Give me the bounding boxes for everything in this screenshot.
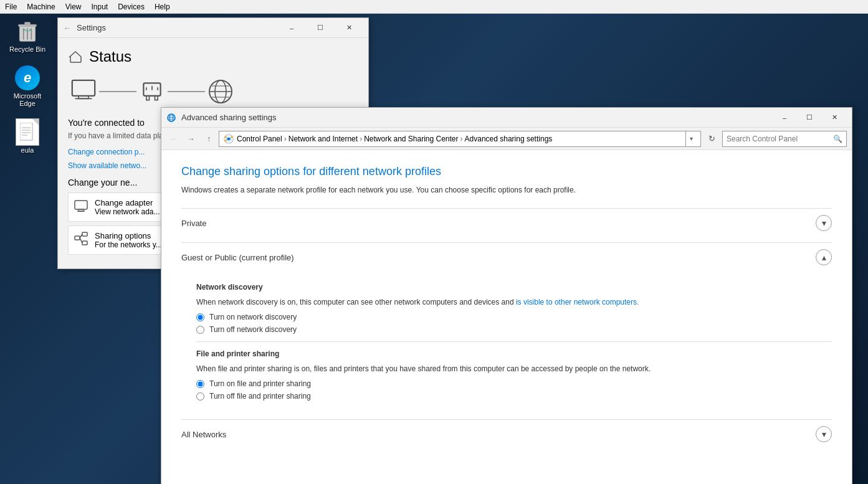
fps-on-radio[interactable]	[196, 380, 204, 388]
settings-title-left: ← Settings	[63, 23, 106, 33]
crumb-network-internet[interactable]: Network and Internet	[289, 135, 358, 143]
svg-rect-30	[82, 241, 87, 245]
nav-back-button[interactable]: ←	[166, 131, 181, 146]
ethernet-icon	[136, 76, 168, 107]
profile-guest-public: Guest or Public (current profile) ▴ Netw…	[181, 242, 832, 414]
file-printer-sharing-title: File and printer sharing	[196, 349, 832, 358]
file-printer-sharing-desc: When file and printer sharing is on, fil…	[196, 363, 832, 374]
network-visual	[68, 73, 358, 110]
nd-link[interactable]: is visible to other network computers.	[516, 298, 639, 306]
menu-help[interactable]: Help	[155, 2, 170, 11]
profile-guest-public-title: Guest or Public (current profile)	[181, 253, 294, 262]
desktop-icon-area: Recycle Bin e Microsoft Edge	[5, 19, 50, 154]
status-heading: Status	[89, 48, 131, 65]
nd-off-radio[interactable]	[196, 326, 204, 334]
sharing-text: Sharing options For the networks y...	[95, 231, 162, 249]
advanced-title-left: Advanced sharing settings	[166, 113, 276, 123]
profile-all-networks-title: All Networks	[181, 430, 226, 439]
sharing-icon	[74, 231, 88, 249]
settings-minimize-button[interactable]: –	[277, 18, 306, 38]
page-heading: Change sharing options for different net…	[181, 165, 832, 178]
fps-on-label: Turn on file and printer sharing	[209, 379, 311, 388]
svg-point-43	[225, 140, 227, 141]
svg-rect-25	[75, 201, 87, 209]
advanced-window-title: Advanced sharing settings	[181, 113, 276, 122]
profile-private-title: Private	[181, 219, 206, 228]
advanced-maximize-button[interactable]: ☐	[797, 110, 822, 126]
nd-off-label: Turn off network discovery	[209, 325, 297, 334]
net-line-2	[168, 91, 205, 92]
profile-all-networks-header[interactable]: All Networks ▾	[181, 420, 832, 448]
sharing-title: Sharing options	[95, 231, 162, 240]
nd-on-option[interactable]: Turn on network discovery	[196, 313, 832, 321]
crumb-advanced-sharing[interactable]: Advanced sharing settings	[465, 135, 553, 143]
nav-up-button[interactable]: ↑	[201, 131, 216, 146]
svg-line-32	[80, 238, 82, 243]
search-input[interactable]	[727, 135, 831, 143]
svg-point-42	[231, 136, 233, 138]
svg-rect-6	[20, 123, 32, 140]
address-globe-icon	[223, 133, 234, 145]
fps-off-radio[interactable]	[196, 392, 204, 401]
svg-line-31	[80, 234, 82, 238]
advanced-minimize-button[interactable]: –	[772, 110, 797, 126]
address-path[interactable]: Control Panel › Network and Internet › N…	[219, 131, 701, 147]
nav-forward-button[interactable]: →	[184, 131, 199, 146]
crumb-control-panel[interactable]: Control Panel	[237, 135, 282, 143]
advanced-content: Change sharing options for different net…	[161, 150, 852, 484]
nd-off-option[interactable]: Turn off network discovery	[196, 325, 832, 334]
menu-devices[interactable]: Devices	[118, 2, 145, 11]
adapter-icon	[74, 198, 88, 216]
profile-all-networks-toggle[interactable]: ▾	[816, 426, 832, 442]
nd-on-radio[interactable]	[196, 313, 204, 321]
svg-rect-2	[25, 22, 31, 26]
profile-guest-public-body: Network discovery When network discovery…	[181, 272, 832, 414]
desktop-icon-eula[interactable]: eula	[5, 120, 50, 154]
search-icon[interactable]: 🔍	[833, 135, 842, 143]
adapter-title: Change adapter	[95, 198, 160, 207]
fps-off-option[interactable]: Turn off file and printer sharing	[196, 392, 832, 401]
address-dropdown-button[interactable]: ▾	[685, 131, 697, 147]
adapter-sub: View network ada...	[95, 207, 160, 216]
fps-off-label: Turn off file and printer sharing	[209, 392, 311, 401]
sharing-sub: For the networks y...	[95, 240, 162, 249]
crumb-sharing-center[interactable]: Network and Sharing Center	[364, 135, 458, 143]
menu-bar: File Machine View Input Devices Help	[0, 0, 868, 14]
profile-guest-public-toggle[interactable]: ▴	[816, 249, 832, 265]
advanced-close-button[interactable]: ✕	[822, 110, 847, 126]
menu-file[interactable]: File	[5, 2, 17, 11]
network-discovery-desc: When network discovery is on, this compu…	[196, 297, 832, 308]
desktop-icon-recycle-bin[interactable]: Recycle Bin	[5, 19, 50, 53]
settings-win-controls: – ☐ ✕	[277, 18, 363, 38]
refresh-button[interactable]: ↻	[703, 131, 720, 147]
profile-private-toggle[interactable]: ▾	[816, 215, 832, 231]
pc-icon	[68, 76, 99, 107]
edge-label: Microsoft Edge	[5, 92, 50, 107]
profile-guest-public-header[interactable]: Guest or Public (current profile) ▴	[181, 243, 832, 272]
settings-back-icon[interactable]: ←	[63, 23, 72, 33]
menu-input[interactable]: Input	[92, 2, 108, 11]
nd-on-label: Turn on network discovery	[209, 313, 297, 321]
advanced-window-icon	[166, 113, 176, 123]
globe-icon	[205, 76, 236, 107]
desktop-icon-edge[interactable]: e Microsoft Edge	[5, 65, 50, 107]
svg-point-41	[225, 136, 227, 138]
home-icon	[68, 49, 83, 64]
settings-maximize-button[interactable]: ☐	[306, 18, 335, 38]
menu-machine[interactable]: Machine	[27, 2, 55, 11]
advanced-win-controls: – ☐ ✕	[772, 110, 847, 126]
settings-close-button[interactable]: ✕	[335, 18, 363, 38]
profile-private-header[interactable]: Private ▾	[181, 209, 832, 237]
profile-all-networks: All Networks ▾	[181, 419, 832, 448]
eula-icon	[15, 120, 40, 145]
network-discovery-title: Network discovery	[196, 283, 832, 292]
breadcrumb: Control Panel › Network and Internet › N…	[237, 135, 685, 143]
menu-view[interactable]: View	[65, 2, 82, 11]
svg-rect-29	[82, 232, 87, 236]
fps-on-option[interactable]: Turn on file and printer sharing	[196, 379, 832, 388]
eula-label: eula	[21, 146, 34, 154]
advanced-sharing-window: Advanced sharing settings – ☐ ✕ ← → ↑	[161, 107, 852, 484]
net-line-1	[99, 91, 136, 92]
page-description: Windows creates a separate network profi…	[181, 184, 832, 196]
address-bar: ← → ↑ Control Pa	[161, 128, 852, 150]
